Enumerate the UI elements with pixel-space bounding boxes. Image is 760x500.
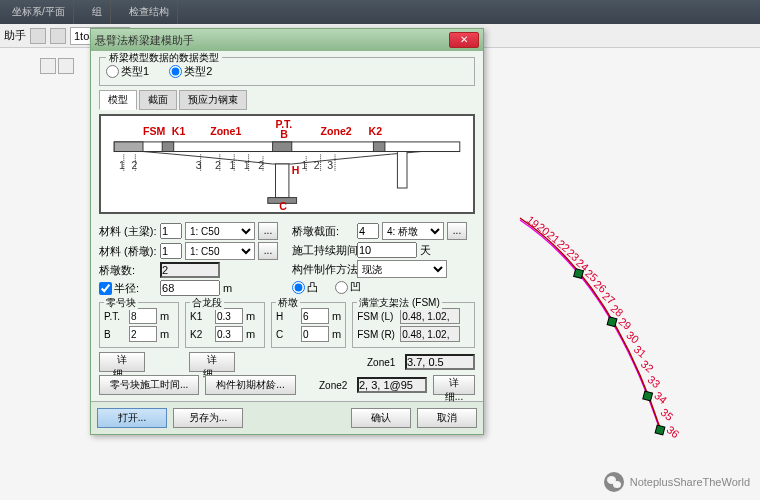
svg-rect-49: [607, 317, 617, 327]
h-input[interactable]: [301, 308, 329, 324]
radio-concave[interactable]: 凹: [335, 280, 361, 295]
radio-type2[interactable]: 类型2: [169, 64, 212, 79]
detail-button-2[interactable]: 详细...: [189, 352, 235, 372]
svg-text:35: 35: [658, 406, 675, 423]
material-girder-more-button[interactable]: ...: [258, 222, 278, 240]
tool-icon-1[interactable]: [40, 58, 56, 74]
svg-rect-44: [574, 269, 584, 279]
radio-convex[interactable]: 凸: [292, 280, 318, 295]
svg-text:H: H: [292, 164, 300, 176]
zero-block-time-button[interactable]: 零号块施工时间...: [99, 375, 199, 395]
b-input[interactable]: [129, 326, 157, 342]
svg-text:B: B: [280, 128, 288, 140]
zone1-input[interactable]: [405, 354, 475, 370]
svg-text:33: 33: [646, 373, 663, 390]
material-pier-more-button[interactable]: ...: [258, 242, 278, 260]
svg-rect-13: [275, 164, 288, 198]
toolbar-section-coords[interactable]: 坐标系/平面: [4, 0, 74, 24]
pier-group: 桥墩 Hm Cm: [271, 302, 346, 348]
radio-type1[interactable]: 类型1: [106, 64, 149, 79]
arrow-icon[interactable]: [50, 28, 66, 44]
tool-icon-2[interactable]: [58, 58, 74, 74]
select-tool-icon[interactable]: [30, 28, 46, 44]
svg-text:K2: K2: [369, 125, 383, 137]
k2-input[interactable]: [215, 326, 243, 342]
material-girder-num[interactable]: [160, 223, 182, 239]
fsm-r-input[interactable]: [400, 326, 460, 342]
svg-rect-14: [397, 152, 407, 188]
fsm-l-input[interactable]: [400, 308, 460, 324]
data-type-group: 桥梁模型数据的数据类型 类型1 类型2: [99, 57, 475, 86]
svg-text:K1: K1: [172, 125, 186, 137]
material-girder-label: 材料 (主梁):: [99, 224, 157, 239]
c-input[interactable]: [301, 326, 329, 342]
material-pier-select[interactable]: 1: C50: [185, 242, 255, 260]
svg-text:Zone1: Zone1: [210, 125, 241, 137]
dialog-button-bar: 打开... 另存为... 确认 取消: [91, 401, 483, 434]
app-toolbar: 坐标系/平面 组 检查结构: [0, 0, 760, 24]
zero-block-group: 零号块 P.T.m Bm: [99, 302, 179, 348]
svg-rect-55: [643, 391, 653, 401]
zone2-input[interactable]: [357, 377, 427, 393]
wechat-icon: [604, 472, 624, 492]
model-viewport[interactable]: 192021222324252627282930313233343536: [490, 50, 760, 470]
svg-text:34: 34: [652, 389, 669, 406]
tab-model[interactable]: 模型: [99, 90, 137, 110]
open-button[interactable]: 打开...: [97, 408, 167, 428]
dialog-title: 悬臂法桥梁建模助手: [95, 33, 194, 48]
dialog-titlebar[interactable]: 悬臂法桥梁建模助手 ✕: [91, 29, 483, 51]
detail-button-1[interactable]: 详细...: [99, 352, 145, 372]
svg-text:2: 2: [314, 159, 320, 171]
close-button[interactable]: ✕: [449, 32, 479, 48]
pier-count-label: 桥墩数:: [99, 263, 157, 278]
curve-model-svg: 192021222324252627282930313233343536: [490, 50, 760, 470]
pier-section-select[interactable]: 4: 桥墩: [382, 222, 444, 240]
method-label: 构件制作方法:: [292, 262, 354, 277]
cancel-button[interactable]: 取消: [417, 408, 477, 428]
material-girder-select[interactable]: 1: C50: [185, 222, 255, 240]
pt-input[interactable]: [129, 308, 157, 324]
svg-text:2: 2: [131, 159, 137, 171]
radius-checkbox[interactable]: 半径:: [99, 281, 139, 296]
k1-input[interactable]: [215, 308, 243, 324]
tab-strip: 模型 截面 预应力钢束: [99, 90, 475, 110]
cantilever-bridge-wizard-dialog: 悬臂法桥梁建模助手 ✕ 桥梁模型数据的数据类型 类型1 类型2 模型 截面 预应…: [90, 28, 484, 435]
closure-group: 合龙段 K1m K2m: [185, 302, 265, 348]
pier-section-num[interactable]: [357, 223, 379, 239]
bridge-diagram: FSM K1 Zone1 P.T. B Zone2 K2 H C: [99, 114, 475, 214]
ok-button[interactable]: 确认: [351, 408, 411, 428]
duration-input[interactable]: [357, 242, 417, 258]
svg-rect-9: [162, 142, 174, 152]
svg-text:Zone2: Zone2: [321, 125, 352, 137]
save-as-button[interactable]: 另存为...: [173, 408, 243, 428]
init-material-age-button[interactable]: 构件初期材龄...: [205, 375, 295, 395]
svg-rect-11: [114, 142, 143, 152]
svg-text:C: C: [279, 200, 287, 212]
svg-text:FSM: FSM: [143, 125, 165, 137]
fsm-group: 满堂支架法 (FSM) FSM (L) FSM (R): [352, 302, 475, 348]
material-pier-label: 材料 (桥墩):: [99, 244, 157, 259]
svg-text:3: 3: [327, 159, 333, 171]
zone-detail-button[interactable]: 详细...: [433, 375, 475, 395]
svg-rect-58: [655, 425, 665, 435]
side-tool-icons: [40, 58, 74, 74]
pier-count-input[interactable]: [160, 262, 220, 278]
pier-section-label: 桥墩截面:: [292, 224, 354, 239]
tab-prestress[interactable]: 预应力钢束: [179, 90, 247, 110]
radius-input[interactable]: [160, 280, 220, 296]
pier-section-more-button[interactable]: ...: [447, 222, 467, 240]
tab-section[interactable]: 截面: [139, 90, 177, 110]
toolbar-section-check[interactable]: 检查结构: [121, 0, 178, 24]
method-select[interactable]: 现浇: [357, 260, 447, 278]
helper-text: 助手: [4, 28, 26, 43]
svg-rect-8: [273, 142, 292, 152]
material-pier-num[interactable]: [160, 243, 182, 259]
watermark: NoteplusShareTheWorld: [604, 472, 750, 492]
svg-text:36: 36: [664, 423, 681, 440]
toolbar-section-group[interactable]: 组: [84, 0, 111, 24]
duration-label: 施工持续期间:: [292, 243, 354, 258]
svg-rect-10: [373, 142, 385, 152]
